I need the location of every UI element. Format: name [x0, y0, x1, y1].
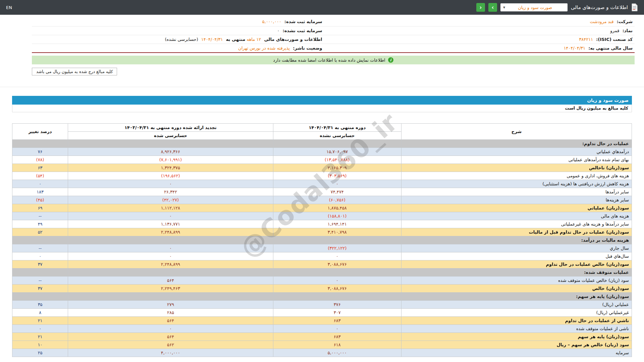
row-change: ۱۸۳: [12, 188, 68, 196]
row-change: ۳۷: [12, 285, 68, 293]
publisher-status-value: پذیرفته شده در بورس تهران: [238, 46, 290, 51]
row-current: (۶۰,۷۵۶): [273, 196, 401, 204]
previous-statement-button[interactable]: ‹: [476, 3, 485, 12]
statement-data-row: غیرعملیاتي (ریال)۳۰۷۲۸۵۸: [12, 309, 632, 317]
row-change: ۶۳: [12, 164, 68, 172]
row-current: ۳,۰۸۸,۶۷۶: [273, 260, 401, 268]
row-label: سایر درآمدها: [401, 188, 632, 196]
col-header-change-percent: درصد تغییر: [12, 124, 68, 140]
row-label: سایر هزینه‌ها: [401, 196, 632, 204]
next-statement-button[interactable]: ›: [488, 3, 497, 12]
col-header-prior-period: تجدید ارائه شده دوره منتهی به ۱۴۰۳/۰۴/۳۱: [68, 124, 273, 132]
row-label: غیرعملیاتي (ریال): [401, 309, 632, 317]
row-change: (۴۵): [12, 196, 68, 204]
statement-data-row: سود(زیان) عملیاتي۱,۸۷۵,۴۵۸۱,۱۱۲,۱۲۸۶۹: [12, 204, 632, 212]
chevron-down-icon: ▼: [503, 6, 505, 9]
row-prior: ۲,۲۴۹,۴۶۳: [68, 285, 273, 293]
statement-data-row: سایر هزینه‌ها(۶۰,۷۵۶)(۴۲,۰۲۷)(۴۵): [12, 196, 632, 204]
row-current: ۰: [273, 180, 401, 188]
row-change: (۵۴): [12, 172, 68, 180]
row-prior: ۰: [68, 252, 273, 260]
row-change: [12, 268, 68, 277]
row-change: [12, 236, 68, 244]
row-prior: ۲۶,۳۴۲: [68, 188, 273, 196]
row-label: سود (زیان) خالص عملیات متوقف شده: [401, 277, 632, 285]
row-current: ۶۸۳: [273, 333, 401, 341]
row-label: سال جاري: [401, 244, 632, 252]
row-current: (۱۳,۵۴۰,۷۸۸): [273, 156, 401, 164]
statement-line-text: اطلاعات و صورت‌های مالی: [264, 37, 322, 42]
row-current: [273, 293, 401, 301]
row-label: هزینه های فروش، اداری و عمومی: [401, 172, 632, 180]
row-change: --: [12, 212, 68, 220]
row-label: بهای تمام شده درآمدهای عملیاتی: [401, 156, 632, 164]
statement-data-row: بهای تمام شده درآمدهای عملیاتی(۱۳,۵۴۰,۷۸…: [12, 156, 632, 164]
statement-data-row: هزینه های مالی(۱۵۸,۸۰۱)۰--: [12, 212, 632, 220]
row-label: سود(زیان) پایه هر سهم:: [401, 293, 632, 301]
statement-line-period: ۱۲ ماهه: [247, 37, 261, 42]
table-header-row-1: شرح دوره منتهی به ۱۴۰۴/۰۴/۳۱ تجدید ارائه…: [12, 124, 632, 132]
row-label: عملیاتي (ریال): [401, 301, 632, 309]
statement-type-select[interactable]: صورت سود و زیان ▼: [500, 3, 568, 11]
top-bar: اطلاعات و صورت‌های مالی صورت سود و زیان …: [0, 0, 644, 15]
row-current: ۰: [273, 252, 401, 260]
statement-data-row: ناشی از عملیات متوقف شده۰۰۰: [12, 325, 632, 333]
statement-section-row: هزینه مالیات بر درآمد:: [12, 236, 632, 244]
row-label: سایر درآمدها و هزینه های غیرعملیاتی: [401, 220, 632, 228]
row-current: [273, 140, 401, 148]
registered-capital-label: سرمایه ثبت شده:: [284, 19, 322, 24]
info-icon: i: [388, 57, 393, 63]
statement-units-note: کلیه مبالغ به میلیون ریال است: [12, 105, 632, 112]
row-change: --: [12, 244, 68, 252]
row-label: درآمدهاي عملياتي: [401, 148, 632, 156]
codal-financial-statement-page: { "colors": { "accent_orange": "#e8770c"…: [0, 0, 644, 362]
fiscal-year-value: ۱۴۰۴/۰۴/۳۱: [564, 46, 585, 51]
row-prior: ۲۸۵: [68, 309, 273, 317]
income-statement-table: شرح دوره منتهی به ۱۴۰۴/۰۴/۳۱ تجدید ارائه…: [12, 123, 632, 357]
row-change: ۰: [12, 180, 68, 188]
row-prior: ۸,۹۲۶,۳۶۶: [68, 148, 273, 156]
statement-line-ending: منتهی به: [226, 37, 246, 42]
row-current: (۳۲۲,۱۲۲): [273, 244, 401, 252]
row-current: (۱۵۸,۸۰۱): [273, 212, 401, 220]
company-label: شرکت:: [617, 19, 633, 24]
row-current: ۲,۱۶۵,۳۰۹: [273, 164, 401, 172]
col-header-current-period: دوره منتهی به ۱۴۰۴/۰۴/۳۱: [273, 124, 401, 132]
row-label: عملیات متوقف شده:: [401, 268, 632, 277]
row-current: (۳۰۳,۵۶۹): [273, 172, 401, 180]
row-prior: ۵۶۴: [68, 333, 273, 341]
col-subheader-audited: حسابرسی شده: [68, 132, 273, 140]
row-prior: (۴۲,۰۲۷): [68, 196, 273, 204]
row-prior: [68, 140, 273, 148]
statement-data-row: سود(زیان) پایه هر سهم۶۸۳۵۶۴۲۱: [12, 333, 632, 341]
unregistered-capital-value: ۰: [277, 28, 279, 33]
row-label: هزینه های مالی: [401, 212, 632, 220]
row-change: ۲۵: [12, 349, 68, 357]
row-prior: ۰: [68, 180, 273, 188]
row-prior: ۲,۲۴۸,۸۹۹: [68, 228, 273, 236]
statement-line-date: ۱۴۰۴/۰۴/۳۱: [201, 37, 223, 42]
row-prior: ۰: [68, 244, 273, 252]
row-change: ۳۵: [12, 301, 68, 309]
row-change: [12, 140, 68, 148]
row-current: ۱,۸۷۵,۴۵۸: [273, 204, 401, 212]
statement-data-row: هزینه های فروش، اداری و عمومی(۳۰۳,۵۶۹)(۱…: [12, 172, 632, 180]
row-change: ۳۷: [12, 260, 68, 268]
info-row-1: شرکت: قند مرودشت سرمایه ثبت شده: ۵,۰۰۰,۰…: [32, 17, 635, 26]
symbol-label: نماد:: [623, 28, 633, 33]
statement-title-bar: صورت سود و زیان: [12, 96, 632, 105]
statement-data-row: سود(زیان) ناخالص۲,۱۶۵,۳۰۹۱,۳۲۴,۳۷۵۶۳: [12, 164, 632, 172]
row-change: ۷۶: [12, 148, 68, 156]
row-current: ۱,۶۹۴,۱۴۱: [273, 220, 401, 228]
statement-data-row: عملیاتي (ریال)۳۷۶۲۷۹۳۵: [12, 301, 632, 309]
row-current: [273, 236, 401, 244]
row-current: ۳,۰۸۸,۶۷۶: [273, 285, 401, 293]
language-toggle-en[interactable]: EN: [6, 5, 12, 10]
row-prior: [68, 236, 273, 244]
row-change: ۸: [12, 309, 68, 317]
row-label: سود(زیان) پایه هر سهم: [401, 333, 632, 341]
publisher-status-label: وضعیت ناشر:: [293, 46, 322, 51]
row-change: ۴۹: [12, 220, 68, 228]
row-change: ۱۰: [12, 341, 68, 349]
page-title: اطلاعات و صورت‌های مالی: [571, 4, 628, 10]
